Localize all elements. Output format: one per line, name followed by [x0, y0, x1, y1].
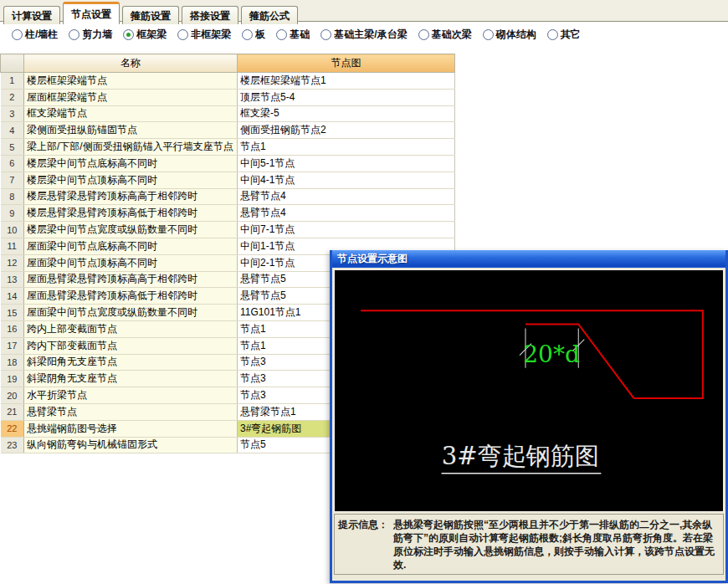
- hint-panel: 提示信息： 悬挑梁弯起钢筋按照“至少两根且并不少于第一排纵筋的二分之一,其余纵筋…: [334, 514, 724, 575]
- window-titlebar[interactable]: 节点设置示意图: [332, 250, 725, 268]
- row-number[interactable]: 13: [1, 271, 24, 288]
- table-row: 8楼层悬臂梁悬臂跨顶标高高于相邻跨时悬臂节点4: [1, 188, 455, 205]
- table-row: 1楼层框架梁端节点楼层框架梁端节点1: [1, 73, 455, 90]
- tab-bar: 计算设置节点设置箍筋设置搭接设置箍筋公式: [0, 0, 728, 22]
- row-number[interactable]: 18: [1, 354, 24, 371]
- row-number[interactable]: 1: [1, 73, 24, 90]
- row-number[interactable]: 6: [1, 155, 24, 172]
- tab-1[interactable]: 计算设置: [3, 6, 60, 24]
- radio-category-7[interactable]: 基础主梁/承台梁: [320, 28, 407, 42]
- radio-label: 砌体结构: [496, 28, 536, 42]
- table-row: 9楼层悬臂梁悬臂跨顶标高低于相邻跨时悬臂节点4: [1, 205, 455, 222]
- radio-icon: [12, 29, 23, 40]
- row-name-cell[interactable]: 楼层框架梁端节点: [24, 73, 238, 90]
- row-name-cell[interactable]: 屋面梁中间节点底标高不同时: [24, 238, 238, 254]
- radio-icon: [177, 29, 188, 40]
- row-number[interactable]: 12: [1, 254, 24, 271]
- radio-category-4[interactable]: 非框架梁: [177, 28, 231, 42]
- row-name-cell[interactable]: 框支梁端节点: [24, 105, 238, 122]
- row-diagram-cell[interactable]: 节点1: [238, 139, 455, 156]
- table-row: 4梁侧面受扭纵筋锚固节点侧面受扭钢筋节点2: [1, 122, 455, 139]
- radio-category-1[interactable]: 柱/墙柱: [12, 28, 58, 42]
- column-header-diagram: 节点图: [238, 54, 455, 73]
- row-name-cell[interactable]: 梁上部/下部/侧面受扭钢筋锚入平行墙支座节点: [24, 139, 238, 156]
- row-diagram-cell[interactable]: 悬臂节点4: [238, 205, 455, 222]
- row-number[interactable]: 8: [1, 188, 24, 205]
- diagram-canvas: 20*d 3#弯起钢筋图: [334, 269, 724, 512]
- table-row: 10楼层梁中间节点宽度或纵筋数量不同时中间7-1节点: [1, 222, 455, 238]
- row-name-cell[interactable]: 水平折梁节点: [24, 387, 238, 404]
- radio-category-3[interactable]: 框架梁: [123, 28, 167, 42]
- radio-category-9[interactable]: 砌体结构: [483, 28, 536, 42]
- row-name-cell[interactable]: 斜梁阳角无支座节点: [24, 354, 238, 371]
- radio-label: 基础主梁/承台梁: [334, 28, 407, 42]
- radio-category-8[interactable]: 基础次梁: [418, 28, 472, 42]
- row-name-cell[interactable]: 屋面悬臂梁悬臂跨顶标高高于相邻跨时: [24, 271, 238, 288]
- row-number[interactable]: 9: [1, 205, 24, 222]
- row-name-cell[interactable]: 纵向钢筋弯钩与机械锚固形式: [24, 437, 238, 453]
- row-name-cell[interactable]: 斜梁阴角无支座节点: [24, 371, 238, 387]
- row-name-cell[interactable]: 悬臂梁节点: [24, 403, 238, 420]
- row-name-cell[interactable]: 屋面框架梁端节点: [24, 89, 238, 105]
- row-name-cell[interactable]: 楼层悬臂梁悬臂跨顶标高低于相邻跨时: [24, 205, 238, 222]
- radio-icon: [69, 29, 79, 40]
- row-diagram-cell[interactable]: 顶层节点5-4: [238, 89, 455, 105]
- table-row: 7楼层梁中间节点顶标高不同时中间4-1节点: [1, 172, 455, 188]
- tab-5[interactable]: 箍筋公式: [241, 6, 298, 24]
- row-number[interactable]: 2: [1, 89, 24, 105]
- row-name-cell[interactable]: 楼层悬臂梁悬臂跨顶标高高于相邻跨时: [24, 188, 238, 205]
- radio-icon: [320, 29, 331, 40]
- row-name-cell[interactable]: 跨内下部变截面节点: [24, 337, 238, 354]
- row-diagram-cell[interactable]: 中间4-1节点: [238, 172, 455, 188]
- row-number[interactable]: 20: [1, 387, 24, 404]
- row-number[interactable]: 10: [1, 222, 24, 238]
- row-number[interactable]: 19: [1, 371, 24, 387]
- row-number[interactable]: 15: [1, 305, 24, 321]
- radio-category-10[interactable]: 其它: [547, 28, 581, 42]
- row-number[interactable]: 16: [1, 320, 24, 337]
- row-name-cell[interactable]: 楼层梁中间节点顶标高不同时: [24, 172, 238, 188]
- row-number[interactable]: 17: [1, 337, 24, 354]
- column-header-name: 名称: [24, 54, 238, 73]
- radio-icon: [547, 29, 558, 40]
- row-diagram-cell[interactable]: 侧面受扭钢筋节点2: [238, 122, 455, 139]
- row-number[interactable]: 11: [1, 238, 24, 254]
- row-name-cell[interactable]: 跨内上部变截面节点: [24, 320, 238, 337]
- row-diagram-cell[interactable]: 楼层框架梁端节点1: [238, 73, 455, 90]
- row-diagram-cell[interactable]: 框支梁-5: [238, 105, 455, 122]
- radio-label: 框架梁: [136, 28, 167, 42]
- radio-icon: [123, 29, 134, 40]
- table-row: 3框支梁端节点框支梁-5: [1, 105, 455, 122]
- tab-3[interactable]: 箍筋设置: [122, 6, 179, 24]
- radio-category-5[interactable]: 板: [242, 28, 265, 42]
- radio-label: 剪力墙: [82, 28, 112, 42]
- row-name-cell[interactable]: 悬挑端钢筋图号选择: [24, 420, 238, 437]
- row-number[interactable]: 7: [1, 172, 24, 188]
- radio-label: 基础次梁: [432, 28, 472, 42]
- radio-category-2[interactable]: 剪力墙: [69, 28, 112, 42]
- row-name-cell[interactable]: 屋面梁中间节点宽度或纵筋数量不同时: [24, 305, 238, 321]
- radio-category-6[interactable]: 基础: [276, 28, 310, 42]
- row-number[interactable]: 21: [1, 403, 24, 420]
- row-number[interactable]: 5: [1, 139, 24, 156]
- table-row: 2屋面框架梁端节点顶层节点5-4: [1, 89, 455, 105]
- radio-icon: [418, 29, 429, 40]
- row-diagram-cell[interactable]: 中间5-1节点: [238, 155, 455, 172]
- row-name-cell[interactable]: 屋面悬臂梁悬臂跨顶标高低于相邻跨时: [24, 288, 238, 305]
- tab-4[interactable]: 搭接设置: [182, 6, 238, 24]
- row-number[interactable]: 3: [1, 105, 24, 122]
- row-name-cell[interactable]: 梁侧面受扭纵筋锚固节点: [24, 122, 238, 139]
- row-name-cell[interactable]: 楼层梁中间节点宽度或纵筋数量不同时: [24, 222, 238, 238]
- row-name-cell[interactable]: 屋面梁中间节点顶标高不同时: [24, 254, 238, 271]
- hint-label: 提示信息：: [338, 518, 388, 531]
- row-name-cell[interactable]: 楼层梁中间节点底标高不同时: [24, 155, 238, 172]
- category-radio-row: 柱/墙柱剪力墙框架梁非框架梁板基础基础主梁/承台梁基础次梁砌体结构其它: [12, 26, 581, 43]
- row-number[interactable]: 4: [1, 122, 24, 139]
- row-diagram-cell[interactable]: 中间7-1节点: [238, 222, 455, 238]
- row-number[interactable]: 14: [1, 288, 24, 305]
- tab-2[interactable]: 节点设置: [63, 2, 120, 24]
- row-number[interactable]: 22: [1, 420, 24, 437]
- table-row: 6楼层梁中间节点底标高不同时中间5-1节点: [1, 155, 455, 172]
- row-number[interactable]: 23: [1, 437, 24, 453]
- row-diagram-cell[interactable]: 悬臂节点4: [238, 188, 455, 205]
